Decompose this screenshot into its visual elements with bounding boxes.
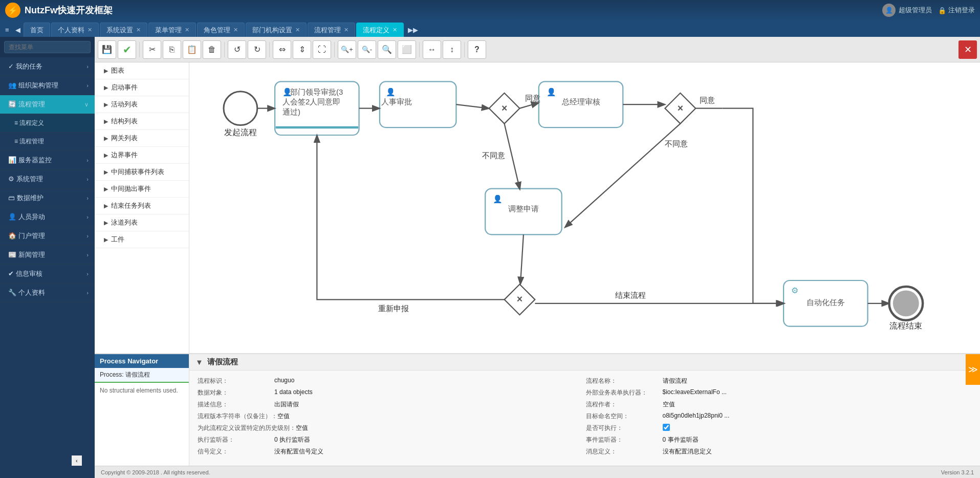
svg-text:×: ×: [678, 102, 683, 114]
tab-flowdef[interactable]: 流程定义✕: [356, 23, 404, 37]
sidebar-item-portal[interactable]: 🏠 门户管理 ›: [0, 227, 95, 246]
tab-flowmanage[interactable]: 流程管理✕: [308, 23, 355, 37]
palette-item-end-task[interactable]: ▶ 结束任务列表: [95, 198, 189, 214]
chevron-right-icon: ›: [86, 63, 89, 70]
logo-icon: ⚡: [5, 3, 20, 18]
palette-item-structure[interactable]: ▶ 结构列表: [95, 113, 189, 130]
header-right: 👤 超级管理员 🔒 注销登录: [882, 4, 975, 17]
save-button[interactable]: 💾: [98, 40, 116, 59]
avatar: 👤: [882, 4, 896, 17]
prop-row-execlistener: 执行监听器： 0 执行监听器: [198, 436, 570, 444]
executable-checkbox[interactable]: [663, 424, 670, 431]
undo-button[interactable]: ↺: [228, 40, 246, 59]
zoom-out-button[interactable]: 🔍-: [358, 40, 376, 59]
orange-side-button[interactable]: ≫: [966, 354, 980, 385]
prop-row-desc: 描述信息： 出国请假: [198, 400, 570, 409]
confirm-button[interactable]: ✔: [118, 40, 136, 59]
prop-row-dataobj: 数据对象： 1 data objects: [198, 388, 570, 397]
palette-item-artifact[interactable]: ▶ 工件: [95, 231, 189, 248]
svg-text:人事审批: 人事审批: [381, 97, 412, 106]
delete-button[interactable]: 🗑: [203, 40, 221, 59]
nav-back[interactable]: ◀: [12, 23, 24, 37]
svg-text:👤: 👤: [386, 88, 396, 97]
palette: ▶ 图表 ▶ 启动事件 ▶ 活动列表 ▶ 结构列表 ▶ 网关列表: [95, 62, 189, 353]
tab-deptconfig[interactable]: 部门机构设置✕: [246, 23, 307, 37]
svg-text:重新申报: 重新申报: [378, 304, 409, 313]
close-icon[interactable]: ✕: [344, 27, 349, 33]
palette-item-gateway[interactable]: ▶ 网关列表: [95, 130, 189, 147]
palette-item-chart[interactable]: ▶ 图表: [95, 62, 189, 79]
flip-v-button[interactable]: ↕: [443, 40, 461, 59]
search-input[interactable]: [4, 41, 91, 53]
chevron-right-icon: ›: [86, 82, 89, 89]
svg-text:调整申请: 调整申请: [508, 204, 539, 213]
sidebar-item-sysmanage[interactable]: ⚙ 系统管理 ›: [0, 170, 95, 189]
nav-more[interactable]: ▶▶: [405, 23, 421, 37]
zoom-reset-button[interactable]: 🔍: [378, 40, 396, 59]
close-icon[interactable]: ✕: [233, 27, 238, 33]
sidebar-item-flowmanage2[interactable]: ≡ 流程管理: [0, 133, 95, 151]
close-icon[interactable]: ✕: [295, 27, 300, 33]
app-logo: ⚡ NutzFw快速开发框架: [5, 3, 882, 18]
svg-point-25: [893, 290, 919, 316]
sidebar-item-personaldata[interactable]: 🔧 个人资料 ›: [0, 284, 95, 302]
sidebar-item-inforeview[interactable]: ✔ 信息审核 ›: [0, 265, 95, 284]
tab-menumanage[interactable]: 菜单管理✕: [148, 23, 196, 37]
palette-item-throw-event[interactable]: ▶ 中间抛出事件: [95, 181, 189, 198]
copy-button[interactable]: ⎘: [163, 40, 181, 59]
sidebar-item-datamaint[interactable]: 🗃 数据维护 ›: [0, 189, 95, 208]
chevron-right-icon: ›: [86, 195, 89, 201]
help-button[interactable]: ?: [468, 40, 486, 59]
tab-home[interactable]: 首页: [24, 23, 50, 37]
process-navigator-body: No structural elements used.: [95, 383, 189, 398]
sidebar-item-personnel[interactable]: 👤 人员异动 ›: [0, 208, 95, 227]
sidebar-item-orgmanage[interactable]: 👥 组织架构管理 ›: [0, 76, 95, 95]
palette-item-catch-event[interactable]: ▶ 中间捕获事件列表: [95, 164, 189, 181]
chevron-right-icon: ›: [86, 252, 89, 258]
logout-button[interactable]: 🔒 注销登录: [938, 6, 975, 15]
lock-icon: 🔒: [938, 7, 946, 14]
svg-text:通过): 通过): [282, 107, 300, 116]
zoom-in-button[interactable]: 🔍+: [338, 40, 356, 59]
align-button[interactable]: ⇔: [273, 40, 291, 59]
svg-text:总经理审核: 总经理审核: [561, 97, 600, 106]
chevron-right-icon: ›: [86, 271, 89, 277]
palette-item-boundary[interactable]: ▶ 边界事件: [95, 147, 189, 164]
process-navigator-sub: Process: 请假流程: [95, 368, 189, 383]
flip-h-button[interactable]: ↔: [423, 40, 441, 59]
close-button[interactable]: ✕: [959, 40, 977, 59]
paste-button[interactable]: 📋: [183, 40, 201, 59]
chevron-down-icon: ∨: [84, 101, 89, 108]
svg-line-32: [505, 124, 520, 189]
chevron-right-icon: ›: [86, 214, 89, 220]
sidebar-item-flowdef[interactable]: ≡ 流程定义: [0, 114, 95, 133]
palette-item-lane[interactable]: ▶ 泳道列表: [95, 214, 189, 231]
nav-toggle[interactable]: ≡: [2, 23, 12, 37]
fit-window-button[interactable]: ⬜: [398, 40, 416, 59]
sidebar: ✓ 我的任务 › 👥 组织架构管理 › 🔄 流程管理 ∨ ≡ 流程定义 ≡ 流程…: [0, 37, 95, 478]
collapse-icon[interactable]: ▼: [195, 358, 203, 366]
palette-item-activity[interactable]: ▶ 活动列表: [95, 96, 189, 113]
cut-button[interactable]: ✂: [143, 40, 161, 59]
fit-button[interactable]: ⛶: [313, 40, 331, 59]
sidebar-item-flowmanage[interactable]: 🔄 流程管理 ∨: [0, 95, 95, 114]
sidebar-item-mytasks[interactable]: ✓ 我的任务 ›: [0, 57, 95, 76]
tab-sysconfig[interactable]: 系统设置✕: [100, 23, 147, 37]
separator: [464, 42, 465, 57]
palette-item-start-event[interactable]: ▶ 启动事件: [95, 79, 189, 96]
diagram-area[interactable]: 发起流程 👤 部门领导审批(3 人会签2人同意即 通过) 👤 人事审批 ×: [189, 62, 980, 353]
close-icon[interactable]: ✕: [88, 27, 92, 33]
chevron-right-icon: ▶: [104, 135, 108, 142]
sidebar-item-news[interactable]: 📰 新闻管理 ›: [0, 246, 95, 265]
close-icon[interactable]: ✕: [393, 27, 397, 33]
sidebar-item-servermonitor[interactable]: 📊 服务器监控 ›: [0, 151, 95, 170]
tab-rolemanage[interactable]: 角色管理✕: [197, 23, 245, 37]
tab-profile[interactable]: 个人资料✕: [51, 23, 99, 37]
redo-button[interactable]: ↻: [248, 40, 266, 59]
version: Version 3.2.1: [941, 469, 974, 475]
close-icon[interactable]: ✕: [136, 27, 141, 33]
app-title: NutzFw快速开发框架: [25, 4, 113, 16]
close-icon[interactable]: ✕: [185, 27, 189, 33]
distribute-button[interactable]: ⇕: [293, 40, 311, 59]
prop-row-eventlistener: 事件监听器： 0 事件监听器: [586, 436, 958, 444]
